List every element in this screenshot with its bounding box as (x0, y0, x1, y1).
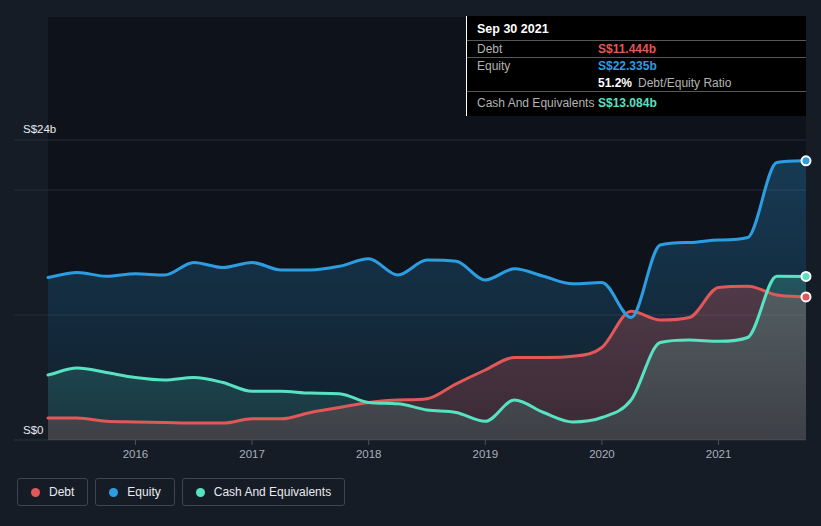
tooltip-cash-label: Cash And Equivalents (477, 96, 598, 110)
tooltip-cash-value: S$13.084b (598, 96, 657, 110)
legend-item-equity[interactable]: Equity (95, 478, 174, 506)
equity-dot-icon (109, 488, 118, 497)
tooltip-debt-label: Debt (477, 42, 598, 56)
x-axis-year-label: 2017 (239, 448, 265, 460)
y-axis-zero-label: S$0 (23, 424, 43, 436)
chart-legend: Debt Equity Cash And Equivalents (17, 478, 345, 506)
tooltip-equity-row: Equity S$22.335b (467, 57, 806, 74)
endpoint-marker (802, 272, 811, 281)
x-axis-year-label: 2019 (473, 448, 499, 460)
legend-item-debt[interactable]: Debt (17, 478, 88, 506)
tooltip-ratio-value: 51.2% (598, 76, 632, 90)
y-axis-max-label: S$24b (23, 123, 56, 135)
cash-dot-icon (196, 488, 205, 497)
debt-equity-chart-panel: S$24bS$0201620172018201920202021 Sep 30 … (0, 0, 821, 526)
x-axis-year-label: 2020 (589, 448, 615, 460)
tooltip-equity-value: S$22.335b (598, 59, 657, 73)
endpoint-marker (802, 156, 811, 165)
legend-debt-label: Debt (49, 485, 74, 499)
legend-item-cash[interactable]: Cash And Equivalents (182, 478, 345, 506)
legend-equity-label: Equity (127, 485, 160, 499)
debt-dot-icon (31, 488, 40, 497)
tooltip-debt-value: S$11.444b (598, 42, 656, 56)
x-axis-year-label: 2021 (706, 448, 732, 460)
tooltip-date: Sep 30 2021 (467, 16, 806, 40)
tooltip-ratio-row: 51.2% Debt/Equity Ratio (467, 74, 806, 91)
tooltip-debt-row: Debt S$11.444b (467, 40, 806, 57)
endpoint-marker (802, 292, 811, 301)
tooltip-ratio-label: Debt/Equity Ratio (638, 76, 731, 90)
x-axis-year-label: 2018 (356, 448, 382, 460)
x-axis-year-label: 2016 (123, 448, 149, 460)
legend-cash-label: Cash And Equivalents (214, 485, 331, 499)
tooltip-cash-row: Cash And Equivalents S$13.084b (467, 91, 806, 113)
tooltip-equity-label: Equity (477, 59, 598, 73)
chart-tooltip: Sep 30 2021 Debt S$11.444b Equity S$22.3… (466, 16, 806, 116)
